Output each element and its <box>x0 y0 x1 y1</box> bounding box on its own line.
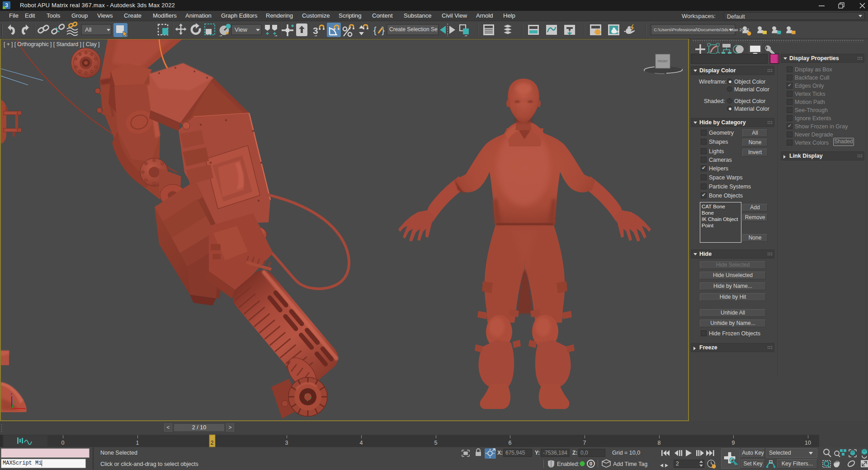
svg-text:FRONT: FRONT <box>658 60 668 63</box>
svg-text:View: View <box>235 26 248 33</box>
svg-text:All: All <box>85 26 92 33</box>
svg-text:z: z <box>10 392 12 396</box>
svg-text:10: 10 <box>805 440 811 446</box>
svg-text:4: 4 <box>360 440 363 446</box>
svg-text:1: 1 <box>136 440 139 446</box>
svg-text:3: 3 <box>313 25 318 36</box>
svg-text:C:\Users\Professional\Document: C:\Users\Professional\Documents\3ds Max … <box>654 27 749 32</box>
svg-text:7: 7 <box>583 440 586 446</box>
svg-text:2: 2 <box>211 440 214 446</box>
svg-text:{: { <box>373 25 377 35</box>
svg-text:8: 8 <box>658 440 661 446</box>
svg-text:y: y <box>13 399 15 403</box>
svg-text:5: 5 <box>434 440 438 446</box>
svg-text:}: } <box>382 25 385 35</box>
svg-text:3: 3 <box>5 2 8 9</box>
svg-text:9: 9 <box>732 440 735 446</box>
svg-text:3: 3 <box>285 440 288 446</box>
svg-text:0: 0 <box>61 440 65 446</box>
svg-text:6: 6 <box>509 440 512 446</box>
svg-text:Create Selection Se: Create Selection Se <box>389 26 438 33</box>
svg-text:0: 0 <box>590 461 592 466</box>
